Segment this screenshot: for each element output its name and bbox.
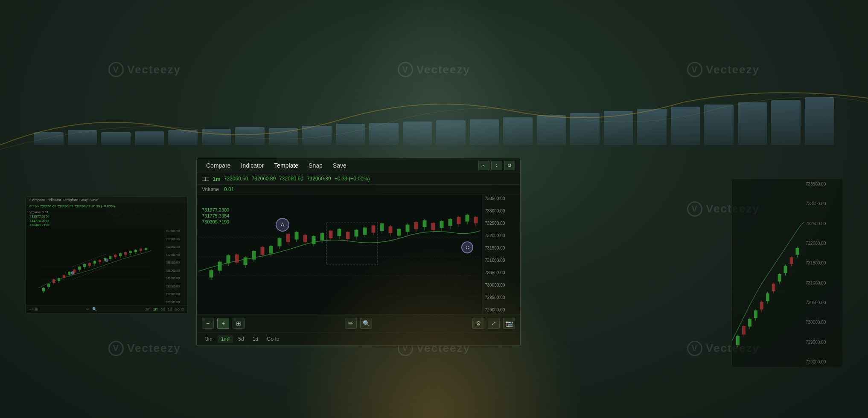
mini-tf-5d[interactable]: 5d: [161, 307, 165, 311]
svg-rect-45: [372, 226, 375, 232]
mini-chart-area[interactable]: 733500.00 733000.00 732500.00 732000.00 …: [26, 228, 187, 305]
svg-rect-139: [748, 319, 751, 327]
mini-pl-6: 730500.00: [166, 277, 186, 280]
template-button[interactable]: Template: [270, 161, 303, 170]
tf-1d[interactable]: 1d: [249, 335, 262, 343]
mini-indicator[interactable]: Indicator: [47, 198, 61, 202]
svg-rect-84: [52, 279, 55, 283]
timeframe-bar: 3m 1m² 5d 1d Go to: [197, 332, 520, 345]
tf-5d[interactable]: 5d: [235, 335, 247, 343]
price-low: 732060.60: [279, 176, 303, 182]
prev-button[interactable]: ‹: [478, 161, 489, 170]
svg-rect-13: [235, 255, 239, 262]
next-button[interactable]: ›: [491, 161, 502, 170]
svg-rect-35: [329, 231, 332, 238]
mini-tf-goto[interactable]: Go to: [175, 307, 184, 311]
svg-rect-94: [78, 267, 81, 270]
mini-tf-1d[interactable]: 1d: [168, 307, 172, 311]
svg-rect-67: [466, 215, 469, 221]
price-level-0: 733500.00: [485, 196, 518, 201]
svg-rect-90: [68, 272, 70, 275]
compare-button[interactable]: Compare: [202, 161, 235, 170]
svg-rect-96: [83, 264, 86, 267]
mini-snap[interactable]: Snap: [79, 198, 88, 202]
svg-rect-80: [42, 288, 45, 291]
layout-btn[interactable]: ⊞: [233, 318, 245, 329]
svg-rect-118: [140, 249, 142, 251]
volume-label: Volume: [202, 186, 219, 192]
svg-rect-53: [406, 225, 409, 232]
mini-pl-4: 731500.00: [166, 261, 186, 264]
svg-rect-47: [380, 224, 384, 231]
mini-compare[interactable]: Compare: [29, 198, 45, 202]
svg-rect-61: [440, 221, 443, 228]
screenshot-btn[interactable]: 📷: [503, 318, 515, 329]
right-price-axis: 733500.00 733000.00 732500.00 732000.00 …: [804, 179, 842, 367]
chart-icon[interactable]: □□: [202, 175, 209, 182]
svg-rect-15: [244, 258, 247, 265]
fullscreen-btn[interactable]: ⤢: [488, 318, 500, 329]
svg-rect-155: [795, 248, 799, 255]
svg-rect-151: [784, 266, 787, 273]
mini-tools[interactable]: −+ ⊞: [29, 307, 38, 311]
svg-rect-41: [355, 230, 358, 236]
search-btn[interactable]: 🔍: [360, 318, 372, 329]
svg-rect-120: [145, 248, 147, 250]
snap-button[interactable]: Snap: [304, 161, 327, 170]
svg-rect-39: [346, 232, 350, 239]
right-pl-3: 732000.00: [806, 241, 841, 246]
mini-tf-3m[interactable]: 3m: [145, 307, 151, 311]
price-level-1: 733000.00: [485, 209, 518, 213]
price-level-2: 732500.00: [485, 221, 518, 226]
svg-rect-21: [269, 246, 273, 253]
timeframe-label[interactable]: 1m: [213, 176, 221, 182]
mini-tf-1m[interactable]: 1m: [153, 307, 158, 311]
mini-save[interactable]: Save: [90, 198, 99, 202]
svg-rect-143: [760, 302, 763, 310]
tf-3m[interactable]: 3m: [202, 335, 216, 343]
mini-pl-1: 733000.00: [166, 238, 186, 241]
svg-rect-106: [109, 256, 111, 259]
svg-rect-33: [320, 233, 324, 240]
mini-pl-5: 731000.00: [166, 269, 186, 272]
svg-rect-7: [210, 270, 213, 277]
mini-price-header: 0□ 1m 732060.60 732060.89 732060.89 +0.3…: [29, 204, 115, 208]
refresh-button[interactable]: ↺: [504, 161, 515, 170]
svg-rect-59: [431, 223, 435, 230]
candlestick-chart[interactable]: [197, 194, 482, 314]
right-pl-1: 733000.00: [806, 201, 841, 206]
mini-bottom-bar: −+ ⊞ ✏ 🔍 3m 1m 5d 1d Go to: [26, 305, 187, 313]
zoom-out-btn[interactable]: −: [202, 318, 214, 329]
tf-1m[interactable]: 1m²: [218, 335, 233, 343]
mini-pencil[interactable]: ✏: [86, 307, 90, 311]
volume-row: Volume 0.01: [197, 185, 520, 194]
svg-rect-135: [736, 336, 740, 345]
mini-pl-0: 733500.00: [166, 229, 186, 232]
price-change: +0.39 (+0.00%): [335, 176, 370, 182]
tf-goto[interactable]: Go to: [263, 335, 283, 343]
mini-header: 0□ 1m 732060.60 732060.89 732060.89 +0.3…: [26, 203, 187, 209]
svg-rect-112: [124, 252, 127, 255]
zoom-in-btn[interactable]: +: [217, 318, 229, 329]
svg-rect-55: [414, 222, 418, 229]
settings-btn[interactable]: ⚙: [472, 318, 484, 329]
mini-search[interactable]: 🔍: [92, 307, 97, 311]
price-level-9: 729000.00: [485, 308, 518, 312]
right-pl-8: 729500.00: [806, 340, 841, 345]
svg-rect-114: [129, 251, 132, 253]
svg-rect-147: [772, 284, 775, 291]
right-trading-panel: 733500.00 733000.00 732500.00 732000.00 …: [731, 179, 842, 367]
right-pl-6: 730500.00: [806, 300, 841, 305]
indicator-button[interactable]: Indicator: [237, 161, 268, 170]
save-button[interactable]: Save: [329, 161, 351, 170]
svg-point-123: [71, 271, 74, 275]
draw-btn[interactable]: ✏: [345, 318, 357, 329]
mini-toolbar: Compare Indicator Template Snap Save: [26, 197, 187, 203]
svg-rect-86: [58, 278, 60, 281]
svg-rect-17: [252, 251, 256, 259]
svg-rect-63: [449, 219, 452, 226]
svg-rect-25: [286, 234, 290, 242]
svg-rect-88: [63, 275, 65, 278]
chart-area[interactable]: 731977.2300 731775.3984 730309.7190 A C: [197, 194, 520, 314]
mini-template[interactable]: Template: [63, 198, 79, 202]
